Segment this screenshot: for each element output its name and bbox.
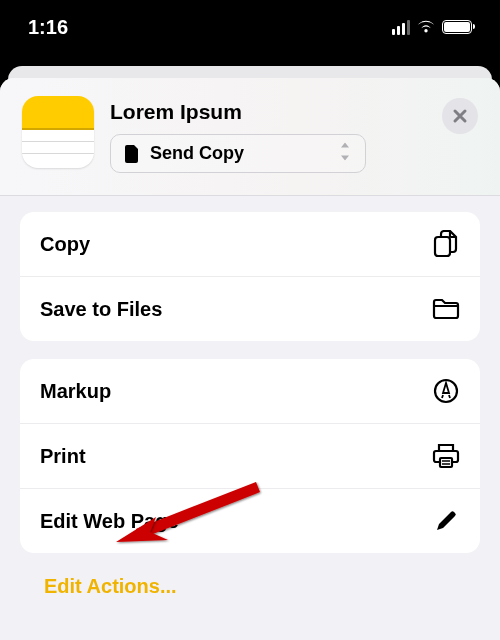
header-text: Lorem Ipsum Send Copy xyxy=(110,96,478,173)
action-label: Print xyxy=(40,445,86,468)
edit-actions-button[interactable]: Edit Actions... xyxy=(20,571,480,602)
note-title: Lorem Ipsum xyxy=(110,100,478,124)
action-label: Save to Files xyxy=(40,298,162,321)
action-label: Edit Web Page xyxy=(40,510,179,533)
chevron-up-down-icon xyxy=(339,142,351,165)
printer-icon xyxy=(432,442,460,470)
cellular-icon xyxy=(392,20,410,35)
send-copy-label: Send Copy xyxy=(150,143,244,164)
markup-icon xyxy=(432,377,460,405)
action-label: Copy xyxy=(40,233,90,256)
action-group: Markup Print Edit Web Page xyxy=(20,359,480,553)
status-bar: 1:16 xyxy=(0,0,500,54)
action-label: Markup xyxy=(40,380,111,403)
print-action[interactable]: Print xyxy=(20,423,480,488)
battery-icon xyxy=(442,20,472,34)
save-to-files-action[interactable]: Save to Files xyxy=(20,276,480,341)
doc-on-doc-icon xyxy=(432,230,460,258)
svg-rect-2 xyxy=(440,458,452,467)
wifi-icon xyxy=(416,20,436,34)
folder-icon xyxy=(432,295,460,323)
close-icon xyxy=(452,108,468,124)
send-copy-selector[interactable]: Send Copy xyxy=(110,134,366,173)
share-sheet: Lorem Ipsum Send Copy Copy Save to File xyxy=(0,78,500,640)
edit-web-page-action[interactable]: Edit Web Page xyxy=(20,488,480,553)
markup-action[interactable]: Markup xyxy=(20,359,480,423)
copy-action[interactable]: Copy xyxy=(20,212,480,276)
actions-list: Copy Save to Files Markup Print xyxy=(0,196,500,610)
action-group: Copy Save to Files xyxy=(20,212,480,341)
sheet-header: Lorem Ipsum Send Copy xyxy=(0,78,500,196)
close-button[interactable] xyxy=(442,98,478,134)
notes-app-icon xyxy=(22,96,94,168)
svg-rect-0 xyxy=(435,237,450,256)
pencil-icon xyxy=(432,507,460,535)
document-icon xyxy=(125,145,140,163)
status-indicators xyxy=(392,20,472,35)
status-time: 1:16 xyxy=(28,16,68,39)
